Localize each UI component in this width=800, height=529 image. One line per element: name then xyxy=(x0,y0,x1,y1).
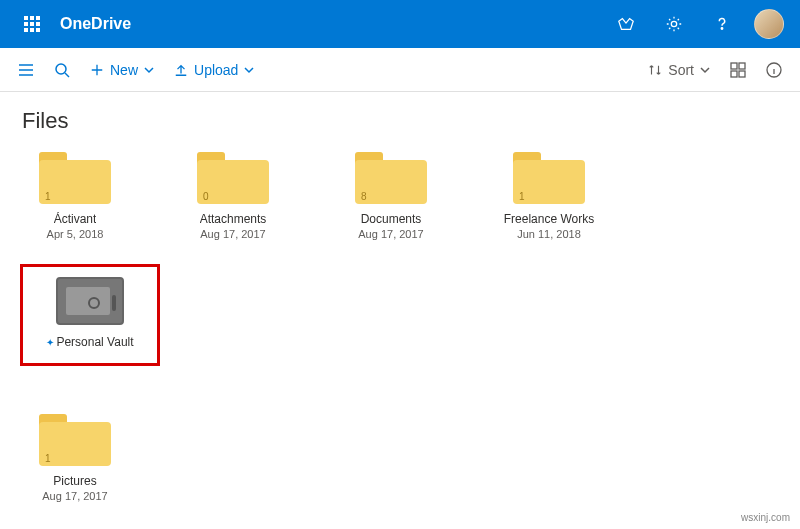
upload-icon xyxy=(174,63,188,77)
svg-rect-6 xyxy=(24,28,28,32)
tile-name: Documents xyxy=(361,212,422,226)
folder-count: 1 xyxy=(45,191,51,202)
new-button-label: New xyxy=(110,62,138,78)
tile-name: Freelance Works xyxy=(504,212,594,226)
chevron-down-icon xyxy=(244,65,254,75)
svg-rect-5 xyxy=(36,22,40,26)
folder-tile[interactable]: 0 Attachments Aug 17, 2017 xyxy=(178,152,288,240)
svg-rect-4 xyxy=(30,22,34,26)
app-launcher-icon[interactable] xyxy=(8,0,56,48)
svg-rect-7 xyxy=(30,28,34,32)
folder-icon: 1 xyxy=(39,414,111,466)
info-button[interactable] xyxy=(756,62,792,78)
page-title: Files xyxy=(22,108,780,134)
tile-date: Aug 17, 2017 xyxy=(42,490,107,502)
folder-count: 1 xyxy=(45,453,51,464)
sort-icon xyxy=(648,63,662,77)
svg-rect-8 xyxy=(36,28,40,32)
settings-gear-icon[interactable] xyxy=(650,0,698,48)
sort-button[interactable]: Sort xyxy=(638,62,720,78)
file-grid: 1 Áctivant Apr 5, 2018 0 Attachments Aug… xyxy=(20,152,780,529)
tile-name: ✦Personal Vault xyxy=(46,335,133,349)
view-tiles-button[interactable] xyxy=(720,62,756,78)
folder-icon: 8 xyxy=(355,152,427,204)
watermark: wsxinj.com xyxy=(741,512,790,523)
tile-date: Apr 5, 2018 xyxy=(47,228,104,240)
svg-rect-14 xyxy=(731,71,737,77)
folder-icon: 1 xyxy=(513,152,585,204)
folder-tile[interactable]: 1 Pictures Aug 17, 2017 xyxy=(20,414,130,502)
upload-button[interactable]: Upload xyxy=(164,48,264,92)
folder-tile[interactable]: 8 Documents Aug 17, 2017 xyxy=(336,152,446,240)
personal-vault-tile[interactable]: ✦Personal Vault xyxy=(20,264,160,366)
folder-icon: 1 xyxy=(39,152,111,204)
upload-button-label: Upload xyxy=(194,62,238,78)
svg-rect-1 xyxy=(30,16,34,20)
brand-label[interactable]: OneDrive xyxy=(56,15,131,33)
folder-count: 1 xyxy=(519,191,525,202)
svg-rect-15 xyxy=(739,71,745,77)
search-icon[interactable] xyxy=(44,48,80,92)
svg-rect-13 xyxy=(739,63,745,69)
folder-tile[interactable]: 1 Áctivant Apr 5, 2018 xyxy=(20,152,130,240)
sort-button-label: Sort xyxy=(668,62,694,78)
tile-name: Attachments xyxy=(200,212,267,226)
help-icon[interactable] xyxy=(698,0,746,48)
svg-rect-0 xyxy=(24,16,28,20)
chevron-down-icon xyxy=(144,65,154,75)
tile-name: Áctivant xyxy=(54,212,97,226)
svg-rect-12 xyxy=(731,63,737,69)
tile-name: Pictures xyxy=(53,474,96,488)
folder-tile[interactable]: 1 Freelance Works Jun 11, 2018 xyxy=(494,152,604,240)
premium-icon[interactable] xyxy=(602,0,650,48)
folder-icon: 0 xyxy=(197,152,269,204)
content-area: Files 1 Áctivant Apr 5, 2018 0 Attachmen… xyxy=(0,92,800,529)
tile-date: Aug 17, 2017 xyxy=(358,228,423,240)
plus-icon xyxy=(90,63,104,77)
svg-rect-3 xyxy=(24,22,28,26)
account-avatar[interactable] xyxy=(754,9,784,39)
tile-date: Jun 11, 2018 xyxy=(517,228,581,240)
command-bar: New Upload Sort xyxy=(0,48,800,92)
hamburger-icon[interactable] xyxy=(8,48,44,92)
folder-count: 8 xyxy=(361,191,367,202)
tile-date: Aug 17, 2017 xyxy=(200,228,265,240)
folder-count: 0 xyxy=(203,191,209,202)
svg-point-10 xyxy=(721,28,722,29)
suite-header: OneDrive xyxy=(0,0,800,48)
svg-point-9 xyxy=(671,21,676,26)
new-button[interactable]: New xyxy=(80,48,164,92)
chevron-down-icon xyxy=(700,65,710,75)
sparkle-icon: ✦ xyxy=(46,337,54,348)
svg-rect-2 xyxy=(36,16,40,20)
svg-point-11 xyxy=(56,64,66,74)
vault-icon xyxy=(56,277,124,325)
